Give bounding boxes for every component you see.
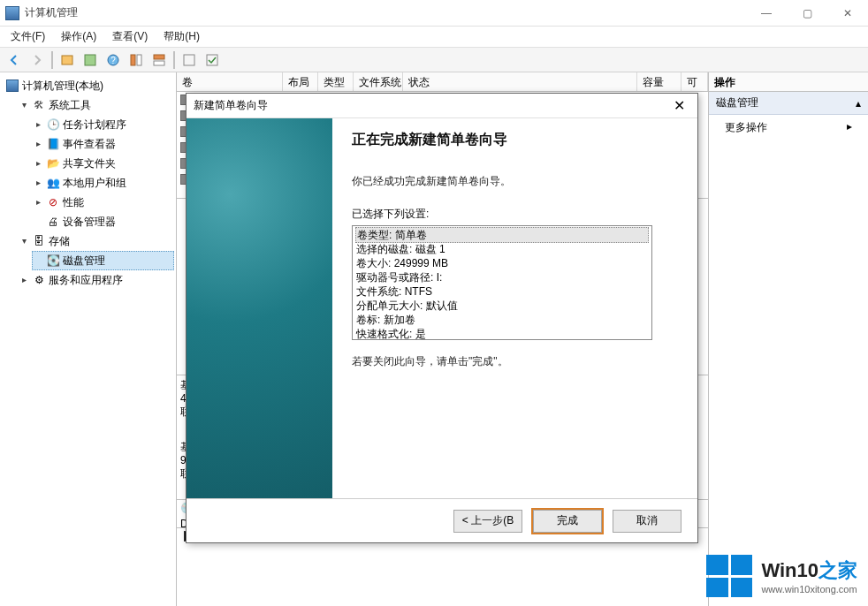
actions-pane: 操作 磁盘管理 ▴ 更多操作 ▸ — [709, 72, 868, 606]
perf-icon — [46, 195, 60, 209]
watermark-brand: Win10之家 — [761, 557, 857, 584]
tree-services-label: 服务和应用程序 — [49, 271, 123, 289]
toolbar-button-3[interactable] — [126, 50, 147, 70]
actions-group-diskmgmt[interactable]: 磁盘管理 ▴ — [709, 92, 868, 115]
menubar: 文件(F) 操作(A) 查看(V) 帮助(H) — [0, 27, 868, 48]
tree-root-label: 计算机管理(本地) — [22, 77, 103, 95]
tree-device-manager[interactable]: 设备管理器 — [32, 212, 174, 231]
col-available[interactable]: 可 — [681, 72, 708, 91]
wizard-back-button[interactable]: < 上一步(B — [453, 510, 522, 533]
wizard-list-label: 已选择下列设置: — [352, 207, 678, 222]
svg-rect-1 — [85, 55, 95, 65]
wizard-setting-row[interactable]: 驱动器号或路径: I: — [356, 270, 648, 284]
tree-performance[interactable]: ▸性能 — [32, 193, 174, 212]
wizard-setting-row[interactable]: 分配单元大小: 默认值 — [356, 299, 648, 313]
forward-icon[interactable] — [27, 50, 48, 70]
toolbar-button-5[interactable] — [179, 50, 200, 70]
tree-root[interactable]: 计算机管理(本地) — [4, 76, 174, 95]
tree-perf-label: 性能 — [63, 193, 84, 211]
tree-services-apps[interactable]: ▸ 服务和应用程序 — [18, 270, 174, 290]
svg-text:?: ? — [110, 56, 116, 65]
wizard-setting-row[interactable]: 快速格式化: 是 — [356, 327, 648, 340]
watermark-url: www.win10xitong.com — [761, 584, 857, 595]
wizard-finish-button[interactable]: 完成 — [533, 510, 602, 533]
maximize-button[interactable]: ▢ — [787, 0, 827, 27]
watermark: Win10之家 www.win10xitong.com — [706, 555, 857, 597]
wizard-setting-row[interactable]: 卷大小: 249999 MB — [356, 256, 648, 270]
wizard-heading: 正在完成新建简单卷向导 — [352, 131, 678, 149]
wizard-dialog: 新建简单卷向导 ✕ 正在完成新建简单卷向导 你已经成功完成新建简单卷向导。 已选… — [186, 93, 698, 543]
wizard-setting-row[interactable]: 卷标: 新加卷 — [356, 313, 648, 327]
wizard-settings-list[interactable]: 卷类型: 简单卷 选择的磁盘: 磁盘 1 卷大小: 249999 MB 驱动器号… — [352, 225, 652, 340]
tree-local-users[interactable]: ▸本地用户和组 — [32, 173, 174, 193]
wizard-close-button[interactable]: ✕ — [668, 97, 690, 114]
wizard-setting-row[interactable]: 文件系统: NTFS — [356, 284, 648, 299]
tree-users-label: 本地用户和组 — [63, 174, 126, 192]
svg-rect-5 — [137, 55, 141, 65]
tree-storage[interactable]: ▾ 存储 — [18, 231, 174, 251]
tools-icon: 🛠 — [32, 98, 46, 112]
device-icon — [46, 215, 60, 229]
chevron-down-icon[interactable]: ▾ — [19, 96, 29, 114]
tree-diskmgmt-label: 磁盘管理 — [63, 252, 105, 269]
actions-more[interactable]: 更多操作 ▸ — [709, 115, 868, 140]
tree-shared-folders[interactable]: ▸共享文件夹 — [32, 154, 174, 173]
wizard-setting-row[interactable]: 卷类型: 简单卷 — [355, 227, 649, 243]
menu-file[interactable]: 文件(F) — [4, 27, 52, 46]
collapse-icon: ▴ — [856, 97, 861, 110]
menu-help[interactable]: 帮助(H) — [156, 27, 207, 46]
col-volume[interactable]: 卷 — [177, 72, 283, 91]
window-title: 计算机管理 — [25, 5, 78, 20]
task-icon — [46, 117, 60, 132]
toolbar-button-1[interactable] — [57, 50, 78, 70]
chevron-right-icon[interactable]: ▸ — [34, 116, 43, 133]
app-icon — [5, 6, 19, 20]
tree-share-label: 共享文件夹 — [63, 155, 116, 172]
chevron-right-icon: ▸ — [847, 120, 852, 135]
svg-rect-4 — [131, 55, 135, 65]
svg-rect-8 — [184, 55, 194, 65]
wizard-cancel-button[interactable]: 取消 — [613, 510, 681, 533]
chevron-right-icon[interactable]: ▸ — [34, 193, 43, 211]
chevron-right-icon[interactable]: ▸ — [34, 174, 43, 192]
wizard-setting-row[interactable]: 选择的磁盘: 磁盘 1 — [356, 242, 648, 256]
svg-rect-6 — [154, 55, 164, 59]
wizard-content: 正在完成新建简单卷向导 你已经成功完成新建简单卷向导。 已选择下列设置: 卷类型… — [332, 118, 697, 498]
back-icon[interactable] — [4, 50, 25, 70]
wizard-titlebar: 新建简单卷向导 ✕ — [187, 94, 697, 118]
close-button[interactable]: ✕ — [827, 0, 868, 27]
col-type[interactable]: 类型 — [318, 72, 354, 91]
toolbar-button-4[interactable] — [148, 50, 170, 70]
windows-logo-icon — [706, 555, 752, 597]
toolbar: ? — [0, 48, 868, 72]
chevron-down-icon[interactable]: ▾ — [19, 232, 29, 250]
chevron-right-icon[interactable]: ▸ — [34, 155, 43, 172]
wizard-footer: < 上一步(B 完成 取消 — [187, 498, 697, 542]
tree-system-tools[interactable]: ▾ 🛠 系统工具 — [18, 95, 174, 115]
help-icon[interactable]: ? — [103, 50, 124, 70]
wizard-title: 新建简单卷向导 — [194, 98, 268, 113]
tree-pane: 计算机管理(本地) ▾ 🛠 系统工具 ▸任务计划程序 ▸事件查看器 — [0, 72, 177, 606]
svg-rect-7 — [154, 61, 164, 65]
col-capacity[interactable]: 容量 — [637, 72, 681, 91]
col-layout[interactable]: 布局 — [283, 72, 318, 91]
col-status[interactable]: 状态 — [403, 72, 637, 91]
toolbar-button-2[interactable] — [80, 50, 101, 70]
users-icon — [46, 176, 60, 190]
tree-storage-label: 存储 — [49, 232, 70, 250]
chevron-right-icon[interactable]: ▸ — [34, 135, 43, 153]
toolbar-button-6[interactable] — [202, 50, 223, 70]
wizard-side-graphic — [187, 118, 332, 498]
menu-action[interactable]: 操作(A) — [54, 27, 103, 46]
chevron-right-icon[interactable]: ▸ — [19, 271, 29, 289]
tree-task-scheduler[interactable]: ▸任务计划程序 — [32, 115, 174, 134]
tree-disk-management[interactable]: 磁盘管理 — [32, 251, 174, 270]
minimize-button[interactable]: — — [746, 0, 787, 27]
storage-icon — [32, 234, 46, 248]
titlebar: 计算机管理 — ▢ ✕ — [0, 0, 868, 27]
tree-event-viewer[interactable]: ▸事件查看器 — [32, 134, 174, 154]
event-icon — [46, 137, 60, 151]
col-fs[interactable]: 文件系统 — [354, 72, 403, 91]
tree-task-label: 任务计划程序 — [63, 116, 126, 133]
menu-view[interactable]: 查看(V) — [105, 27, 155, 46]
